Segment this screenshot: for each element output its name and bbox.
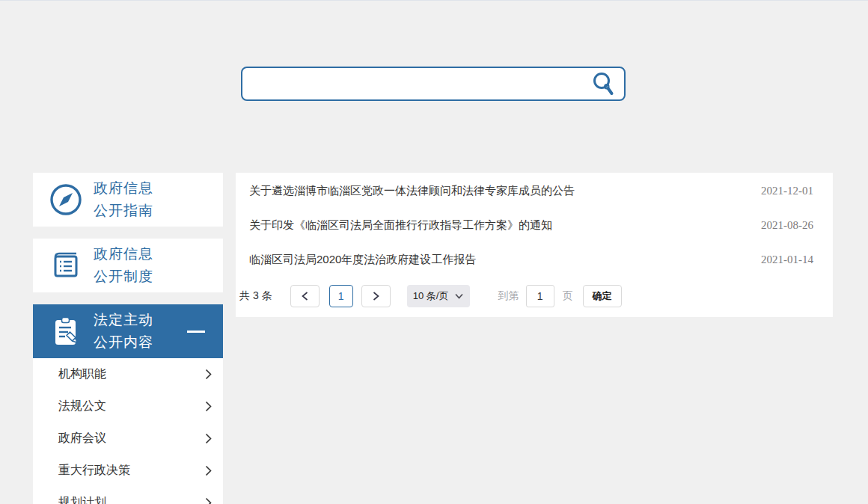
search-icon: [592, 72, 614, 96]
sidebar-item-gov-info-guide[interactable]: 政府信息 公开指南: [33, 173, 223, 227]
submenu-item-gov-meetings[interactable]: 政府会议: [33, 422, 223, 455]
chevron-right-icon: [205, 497, 212, 504]
submenu-label: 法规公文: [58, 399, 106, 414]
search-input[interactable]: [242, 68, 624, 99]
submenu-item-major-decisions[interactable]: 重大行政决策: [33, 455, 223, 487]
chevron-down-icon: [455, 293, 463, 299]
search-box: [241, 67, 626, 101]
total-count-label: 共 3 条: [239, 289, 272, 303]
submenu-item-regulations[interactable]: 法规公文: [33, 390, 223, 422]
list-item[interactable]: 临淄区司法局2020年度法治政府建设工作报告 2021-01-14: [236, 242, 833, 277]
page-number-button[interactable]: 1: [329, 285, 353, 307]
ledger-icon: [49, 248, 83, 283]
goto-suffix-label: 页: [563, 289, 573, 303]
next-page-button[interactable]: [361, 285, 391, 307]
list-item[interactable]: 关于遴选淄博市临淄区党政一体法律顾问和法律专家库成员的公告 2021-12-01: [236, 173, 833, 208]
submenu-item-plans[interactable]: 规划计划: [33, 487, 223, 504]
submenu-label: 重大行政决策: [58, 463, 130, 479]
chevron-left-icon: [301, 292, 309, 301]
prev-page-button[interactable]: [290, 285, 320, 307]
article-title[interactable]: 关于遴选淄博市临淄区党政一体法律顾问和法律专家库成员的公告: [249, 184, 746, 198]
sidebar-item-statutory-disclosure[interactable]: 法定主动 公开内容: [33, 304, 223, 358]
clipboard-pen-icon: [49, 314, 83, 348]
goto-page-input[interactable]: [526, 285, 554, 307]
search-button[interactable]: [590, 70, 617, 97]
article-date: 2021-08-26: [761, 219, 813, 232]
minus-icon: [187, 331, 205, 333]
goto-prefix-label: 到第: [498, 289, 519, 303]
confirm-button[interactable]: 确定: [583, 285, 622, 307]
sidebar-item-label: 政府信息 公开制度: [94, 243, 153, 288]
page-size-select[interactable]: 10 条/页: [407, 285, 470, 307]
sidebar: 政府信息 公开指南 政府信息 公开制度: [33, 173, 223, 504]
chevron-right-icon: [372, 292, 380, 301]
sidebar-item-gov-info-system[interactable]: 政府信息 公开制度: [33, 239, 223, 292]
sidebar-item-label: 法定主动 公开内容: [94, 309, 153, 354]
article-date: 2021-01-14: [761, 253, 813, 266]
page-size-label: 10 条/页: [413, 289, 449, 303]
compass-icon: [49, 182, 83, 217]
article-date: 2021-12-01: [761, 185, 813, 197]
list-item[interactable]: 关于印发《临淄区司法局全面推行行政指导工作方案》的通知 2021-08-26: [236, 208, 833, 242]
submenu-label: 机构职能: [58, 366, 106, 382]
submenu-label: 政府会议: [58, 431, 106, 446]
chevron-right-icon: [205, 369, 212, 380]
submenu-item-org-functions[interactable]: 机构职能: [33, 358, 223, 390]
submenu-label: 规划计划: [58, 495, 106, 504]
pagination: 共 3 条 1 10 条/页 到第 页 确定: [236, 285, 833, 307]
sidebar-item-label: 政府信息 公开指南: [94, 177, 153, 222]
sidebar-submenu: 机构职能 法规公文 政府会议 重大行政决策 规划计划: [33, 358, 223, 504]
chevron-right-icon: [205, 401, 212, 412]
chevron-right-icon: [205, 465, 212, 476]
article-title[interactable]: 临淄区司法局2020年度法治政府建设工作报告: [249, 253, 746, 267]
article-list-panel: 关于遴选淄博市临淄区党政一体法律顾问和法律专家库成员的公告 2021-12-01…: [236, 173, 833, 317]
article-list: 关于遴选淄博市临淄区党政一体法律顾问和法律专家库成员的公告 2021-12-01…: [236, 173, 833, 277]
article-title[interactable]: 关于印发《临淄区司法局全面推行行政指导工作方案》的通知: [249, 218, 746, 233]
chevron-right-icon: [205, 433, 212, 444]
